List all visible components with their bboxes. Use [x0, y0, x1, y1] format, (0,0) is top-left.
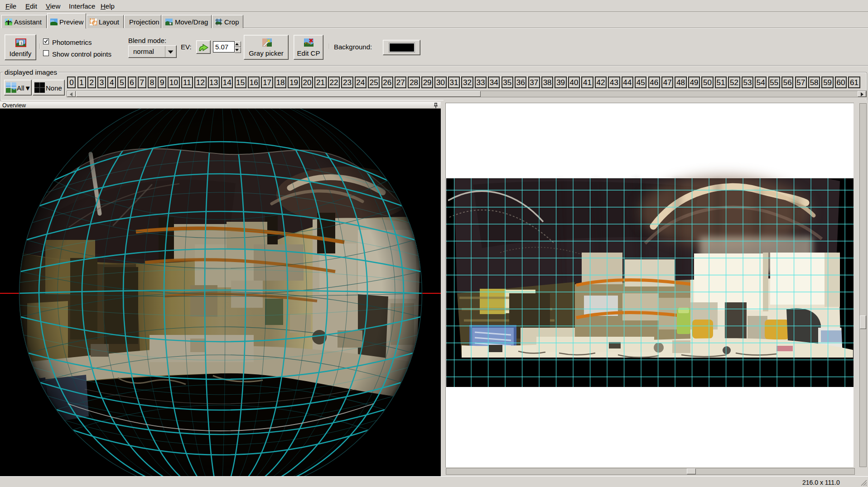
svg-text:GL: GL	[51, 19, 55, 22]
svg-text:1: 1	[20, 41, 23, 45]
